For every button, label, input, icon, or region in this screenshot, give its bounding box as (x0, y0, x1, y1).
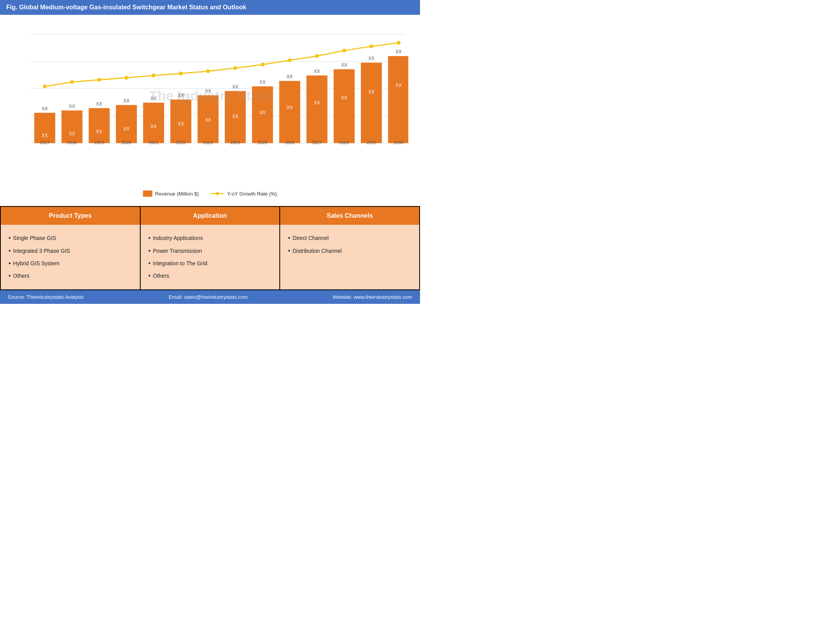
svg-point-51 (216, 192, 219, 195)
panel-sales-channels: Sales Channels Direct Channel Distributi… (280, 207, 419, 289)
legend-revenue: Revenue (Million $) (143, 190, 199, 197)
svg-text:⚙: ⚙ (176, 90, 190, 108)
svg-text:XX: XX (395, 49, 402, 55)
main-container: Fig. Global Medium-voltage Gas-insulated… (0, 0, 420, 304)
svg-text:2019: 2019 (94, 140, 104, 145)
svg-text:2025: 2025 (258, 140, 267, 145)
svg-text:XX: XX (69, 131, 75, 136)
svg-text:2030: 2030 (394, 140, 403, 145)
panel-application: Application Industry Applications Power … (141, 207, 280, 289)
bar-2021 (143, 103, 164, 143)
svg-text:XX: XX (178, 121, 184, 127)
svg-text:2021: 2021 (149, 140, 158, 145)
svg-text:XX: XX (42, 106, 48, 111)
dot-2028 (342, 49, 346, 53)
chart-svg: XX 2017 XX XX 2018 XX XX 2019 XX XX 2020… (12, 23, 408, 186)
list-item: Integrated 3 Phase GIS (9, 245, 132, 257)
chart-title: Fig. Global Medium-voltage Gas-insulated… (6, 4, 246, 11)
legend-bar-color (143, 190, 152, 197)
dot-2030 (397, 41, 401, 45)
svg-text:XX: XX (69, 104, 75, 109)
legend-growth: Y-oY Growth Rate (%) (210, 190, 277, 197)
sales-channels-list: Direct Channel Distribution Channel (288, 232, 411, 257)
svg-text:2028: 2028 (339, 140, 349, 145)
svg-text:XX: XX (341, 95, 347, 101)
svg-text:XX: XX (96, 101, 102, 107)
bar-2026 (279, 81, 300, 143)
application-list: Industry Applications Power Transmission… (148, 232, 272, 282)
svg-text:XX: XX (314, 100, 320, 106)
legend-line-svg (210, 190, 224, 197)
svg-text:XX: XX (341, 62, 347, 68)
list-item: Single Phase GIS (9, 232, 132, 244)
list-item: Industry Applications (148, 232, 272, 244)
dot-2019 (97, 78, 101, 82)
panel-application-header: Application (141, 207, 280, 225)
dot-2017 (43, 85, 47, 88)
list-item: Direct Channel (288, 232, 411, 244)
svg-text:XX: XX (287, 74, 293, 79)
bar-2017 (34, 113, 55, 143)
dot-2027 (315, 54, 319, 58)
dot-2018 (70, 80, 74, 84)
svg-text:XX: XX (287, 105, 293, 110)
list-item: Others (148, 270, 272, 282)
footer-website: Website: www.theindustrystats.com (333, 294, 412, 300)
bar-2019 (89, 108, 110, 143)
panel-sales-channels-header: Sales Channels (280, 207, 419, 225)
svg-text:XX: XX (42, 133, 48, 138)
chart-svg-container: XX 2017 XX XX 2018 XX XX 2019 XX XX 2020… (12, 23, 408, 187)
list-item: Hybrid GIS System (9, 257, 132, 270)
bar-2027 (307, 76, 328, 143)
svg-text:XX: XX (259, 79, 266, 85)
dot-2022 (179, 72, 183, 76)
dot-2024 (233, 66, 237, 70)
list-item: Integration to The Grid (148, 257, 272, 270)
dot-2026 (288, 58, 292, 62)
list-item: Power Transmission (148, 245, 272, 257)
dot-2025 (261, 63, 265, 67)
footer: Source: Theindustrystats Analysis Email:… (0, 290, 420, 304)
panel-product-types-body: Single Phase GIS Integrated 3 Phase GIS … (1, 225, 140, 289)
panel-sales-channels-body: Direct Channel Distribution Channel (280, 225, 419, 289)
svg-text:XX: XX (368, 89, 374, 95)
svg-text:market research: market research (173, 109, 247, 115)
svg-text:2020: 2020 (122, 140, 131, 145)
dot-2020 (124, 76, 128, 80)
svg-text:2024: 2024 (231, 140, 240, 145)
legend-growth-label: Y-oY Growth Rate (%) (227, 191, 277, 197)
dot-2029 (369, 44, 373, 48)
dot-2021 (152, 74, 155, 78)
list-item: Others (9, 270, 132, 282)
svg-text:2027: 2027 (312, 140, 321, 145)
bottom-panels: Product Types Single Phase GIS Integrate… (0, 206, 420, 290)
svg-text:XX: XX (123, 126, 129, 132)
panel-product-types-header: Product Types (1, 207, 140, 225)
footer-source: Source: Theindustrystats Analysis (8, 294, 84, 300)
panel-product-types: Product Types Single Phase GIS Integrate… (1, 207, 140, 289)
chart-header: Fig. Global Medium-voltage Gas-insulated… (0, 0, 420, 15)
svg-text:2018: 2018 (67, 140, 76, 145)
legend-revenue-label: Revenue (Million $) (155, 191, 199, 197)
list-item: Distribution Channel (288, 245, 411, 257)
bar-2018 (62, 111, 83, 143)
bar-2028 (334, 69, 355, 143)
product-types-list: Single Phase GIS Integrated 3 Phase GIS … (9, 232, 132, 282)
svg-text:XX: XX (205, 117, 211, 123)
svg-text:2022: 2022 (176, 140, 185, 145)
svg-text:XX: XX (150, 124, 157, 129)
bar-2020 (116, 105, 137, 143)
svg-text:The Industry Stats: The Industry Stats (149, 88, 271, 104)
svg-text:XX: XX (395, 83, 402, 88)
svg-text:2026: 2026 (285, 140, 294, 145)
chart-legend: Revenue (Million $) Y-oY Growth Rate (%) (12, 187, 408, 202)
dot-2023 (206, 69, 210, 73)
svg-text:XX: XX (96, 129, 102, 134)
svg-text:XX: XX (368, 56, 374, 61)
bar-2029 (361, 63, 382, 143)
chart-area: XX 2017 XX XX 2018 XX XX 2019 XX XX 2020… (0, 15, 420, 206)
svg-text:XX: XX (123, 98, 129, 104)
svg-text:2029: 2029 (367, 140, 376, 145)
svg-text:XX: XX (314, 69, 320, 74)
svg-text:2017: 2017 (40, 140, 49, 145)
